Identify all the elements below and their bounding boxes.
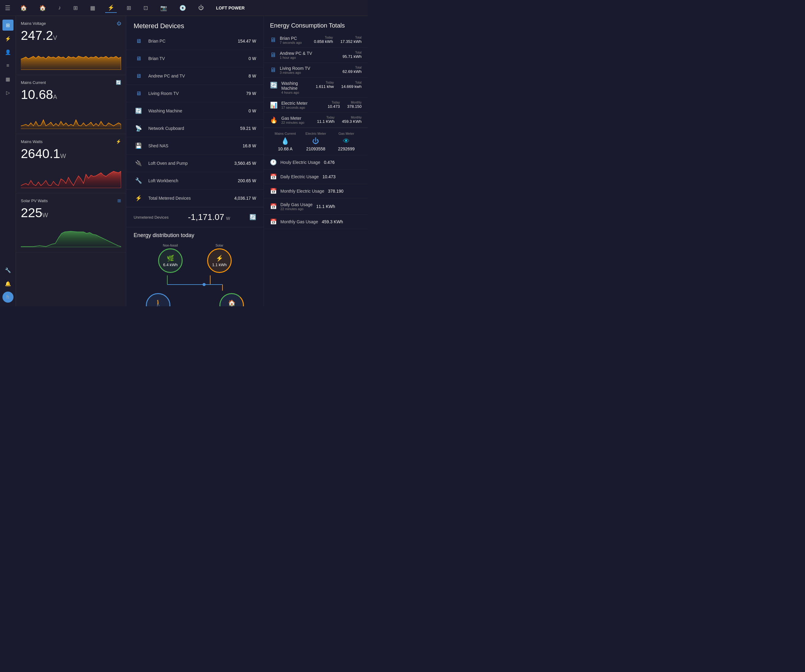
sidebar-item-bell[interactable]: 🔔 bbox=[2, 278, 13, 289]
voltage-power-icon[interactable]: ⏻ bbox=[117, 21, 121, 26]
consumption-row: 🔥 Gas Meter 22 minutes ago Today 11.1 KW… bbox=[264, 113, 368, 128]
usage-icon-2: 📅 bbox=[270, 188, 277, 195]
unmetered-refresh-icon[interactable]: 🔄 bbox=[250, 214, 256, 221]
nav-disc[interactable]: 💿 bbox=[177, 3, 189, 13]
nav-power[interactable]: ⚡ bbox=[105, 3, 117, 13]
device-value-9: 4,036.17 W bbox=[234, 196, 256, 201]
nav-grid2[interactable]: ⊡ bbox=[141, 3, 151, 13]
sidebar-item-dashboard[interactable]: ⊞ bbox=[2, 20, 13, 31]
top-nav: ☰ 🏠 🏠 ♪ ⊞ ▦ ⚡ ⊞ ⊡ 📷 💿 ⏻ LOFT POWER bbox=[0, 0, 368, 16]
sidebar-item-play[interactable]: ▷ bbox=[2, 87, 13, 98]
device-name-5: Network Cupboard bbox=[148, 126, 240, 131]
device-row: 💾 Shed NAS 16.8 W bbox=[126, 137, 263, 155]
device-icon-4: 🔄 bbox=[134, 106, 143, 116]
sidebar-item-grid[interactable]: ▦ bbox=[2, 74, 13, 85]
meters-row: Mains Current 💧 10.68 A Electric Meter ⏻… bbox=[264, 128, 368, 155]
nav-home2[interactable]: 🏠 bbox=[37, 3, 48, 13]
usage-sub-3: 22 minutes ago bbox=[280, 207, 312, 211]
dc-values-1: Total 95.71 kWh bbox=[343, 51, 361, 59]
meter-current-icon: 💧 bbox=[270, 137, 301, 145]
sidebar-item-power[interactable]: ⚡ bbox=[2, 33, 13, 44]
right-panel: Energy Consumption Totals 🖥 Brian PC 7 s… bbox=[263, 16, 368, 306]
sidebar: ⊞ ⚡ 👤 ≡ ▦ ▷ 🔧 🔔 h bbox=[0, 16, 16, 306]
unmetered-value: -1,171.07 bbox=[188, 212, 224, 222]
device-name-8: Loft Workbench bbox=[148, 178, 238, 183]
nav-music[interactable]: ♪ bbox=[56, 3, 63, 12]
usage-label-4: Monthly Gas Usage bbox=[280, 219, 318, 224]
device-value-0: 154.47 W bbox=[238, 39, 256, 44]
nav-title: LOFT POWER bbox=[216, 5, 245, 10]
usage-list: 🕐 Houly Electric Usage 0.476 📅 Daily Ele… bbox=[264, 155, 368, 229]
device-row: 📡 Network Cupboard 59.21 W bbox=[126, 120, 263, 137]
meter-gas-icon: 👁 bbox=[331, 137, 361, 145]
energy-dist-title: Energy distribution today bbox=[134, 232, 256, 239]
dc-name-4: Electric Meter bbox=[281, 101, 324, 106]
bolt-icon: ⚡ bbox=[216, 254, 223, 262]
device-value-8: 200.65 W bbox=[238, 178, 256, 183]
dc-name-0: Brian PC bbox=[280, 36, 310, 41]
sidebar-item-user[interactable]: 👤 bbox=[2, 47, 13, 57]
watts-bolt-icon[interactable]: ⚡ bbox=[116, 139, 121, 144]
meter-electric-col: Electric Meter ⏻ 21093558 bbox=[301, 132, 331, 151]
grid-circle: 🚶 10 kWh bbox=[146, 293, 170, 306]
solar-grid-icon[interactable]: ⊞ bbox=[117, 198, 121, 203]
sidebar-item-user-avatar[interactable]: h bbox=[2, 292, 13, 303]
current-chart bbox=[21, 105, 121, 129]
device-value-2: 8 W bbox=[248, 74, 256, 79]
home-node: 🏠 11.1 kWh Home bbox=[219, 293, 244, 306]
unmetered-title: Unmetered Devices bbox=[134, 215, 169, 220]
dc-icon-4: 📊 bbox=[270, 102, 278, 109]
device-icon-9: ⚡ bbox=[134, 193, 143, 203]
dc-time-5: 22 minutes ago bbox=[281, 121, 314, 125]
meter-gas-label: Gas Meter bbox=[331, 132, 361, 135]
meter-electric-label: Electric Meter bbox=[301, 132, 331, 135]
dc-time-0: 7 seconds ago bbox=[280, 41, 310, 44]
metered-title: Metered Devices bbox=[126, 16, 263, 33]
device-row: 🖥 Andrew PC and TV 8 W bbox=[126, 67, 263, 85]
device-icon-6: 💾 bbox=[134, 141, 143, 151]
home-icon: 🏠 bbox=[228, 299, 236, 306]
content-area: Mains Voltage ⏻ 247.2V bbox=[16, 16, 368, 306]
dc-values-5: Today 11.1 KWh Monthly 459.3 KWh bbox=[317, 116, 361, 124]
nav-grid[interactable]: ⊞ bbox=[124, 3, 134, 13]
usage-value-1: 10.473 bbox=[322, 174, 335, 179]
dc-icon-1: 🖥 bbox=[270, 51, 276, 59]
dc-icon-3: 🔄 bbox=[270, 82, 278, 89]
nav-chart[interactable]: ▦ bbox=[88, 3, 98, 13]
nav-power2[interactable]: ⏻ bbox=[196, 3, 206, 12]
dc-time-2: 3 minutes ago bbox=[280, 71, 339, 74]
meter-current-label: Mains Current bbox=[270, 132, 301, 135]
solar-value: 225W bbox=[21, 205, 121, 220]
consumption-list: 🖥 Brian PC 7 seconds ago Today 0.858 kWh… bbox=[264, 33, 368, 128]
device-icon-1: 🖥 bbox=[134, 54, 143, 63]
nav-home[interactable]: 🏠 bbox=[18, 3, 30, 13]
device-icon-7: 🔌 bbox=[134, 158, 143, 168]
non-fossil-value: 6.4 kWh bbox=[163, 262, 178, 267]
nav-tv[interactable]: ⊞ bbox=[71, 3, 80, 13]
device-icon-8: 🔧 bbox=[134, 176, 143, 185]
non-fossil-node: Non-fossil 🌿 6.4 kWh bbox=[158, 244, 182, 273]
energy-bottom-row: 🚶 10 kWh Grid 🏠 11.1 kWh Home bbox=[146, 293, 244, 306]
sidebar-item-menu[interactable]: ≡ bbox=[2, 60, 13, 71]
device-name-9: Total Metered Devices bbox=[148, 196, 234, 201]
device-name-0: Brian PC bbox=[148, 39, 238, 44]
main-layout: ⊞ ⚡ 👤 ≡ ▦ ▷ 🔧 🔔 h Mains Voltage ⏻ 247.2V bbox=[0, 16, 368, 306]
device-row: 🔌 Loft Oven and Pump 3,560.45 W bbox=[126, 155, 263, 172]
sidebar-item-settings[interactable]: 🔧 bbox=[2, 265, 13, 276]
device-name-2: Andrew PC and TV bbox=[148, 74, 248, 79]
nav-camera[interactable]: 📷 bbox=[158, 3, 169, 13]
dc-icon-2: 🖥 bbox=[270, 66, 276, 74]
device-row: 🔧 Loft Workbench 200.65 W bbox=[126, 172, 263, 190]
dc-name-5: Gas Meter bbox=[281, 116, 314, 121]
usage-row: 🕐 Houly Electric Usage 0.476 bbox=[264, 155, 368, 170]
usage-label-1: Daily Electric Usage bbox=[280, 174, 319, 179]
consumption-title: Energy Consumption Totals bbox=[264, 16, 368, 33]
hamburger-icon[interactable]: ☰ bbox=[5, 4, 10, 11]
usage-value-4: 459.3 KWh bbox=[322, 219, 343, 224]
solar-circle: ⚡ 1.1 kWh bbox=[207, 248, 232, 273]
device-name-7: Loft Oven and Pump bbox=[148, 161, 234, 166]
consumption-row: 📊 Electric Meter 17 seconds ago Today 10… bbox=[264, 98, 368, 113]
device-row: 🖥 Living Room TV 79 W bbox=[126, 85, 263, 102]
usage-row: 📅 Daily Electric Usage 10.473 bbox=[264, 170, 368, 184]
current-sync-icon[interactable]: 🔄 bbox=[116, 80, 121, 85]
